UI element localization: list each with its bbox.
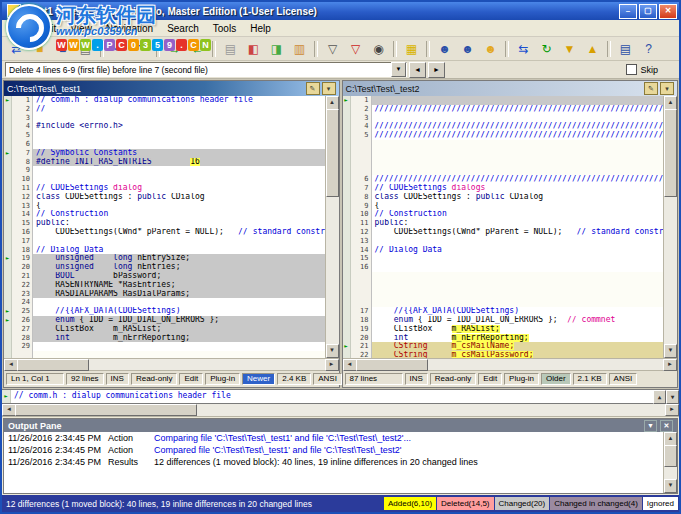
current-difference-combo[interactable]: Delete 4 lines 6-9 (first file) before l… [5,62,407,77]
code-line[interactable]: 18// Dialog Data [4,246,325,255]
code-line[interactable]: 8#define INIT_RAS_ENTRIES 16 [4,158,325,167]
scroll-right-icon[interactable]: ► [663,359,677,371]
right-pane-menu-icon[interactable]: ▾ [660,82,674,95]
code-line[interactable]: 22 CString m_csMailPassword; [343,351,664,358]
code-line[interactable]: 27 CListBox m_RASList; [4,325,325,334]
code-line[interactable]: ►1 [343,96,664,105]
open-icon[interactable]: ■ [29,39,50,59]
sync-session-icon[interactable]: ☻ [457,39,478,59]
next-diff-icon[interactable]: → [164,39,185,59]
left-vertical-scrollbar[interactable]: ▲ ▼ [325,96,339,358]
code-line[interactable]: 7// CDOESettings dialogs [343,184,664,193]
code-line[interactable] [343,149,664,158]
filter-icon[interactable]: ▽ [322,39,343,59]
code-line[interactable]: 8class CDOESettings : public CDialog [343,193,664,202]
scroll-down-icon[interactable]: ▼ [664,344,677,358]
preview-hscroll-thumb[interactable] [15,404,197,416]
code-line[interactable]: 11public: [343,219,664,228]
show-changed-icon[interactable]: ▥ [289,39,310,59]
prev-diff-icon[interactable]: ← [187,39,208,59]
menu-item[interactable]: Navigation [99,22,160,35]
code-line[interactable]: 6 [4,140,325,149]
code-line[interactable]: 14// Dialog Data [343,246,664,255]
code-line[interactable] [343,298,664,307]
code-line[interactable]: 19 CListBox m_RASList; [343,325,664,334]
code-line[interactable]: 4#include <errno.h> [4,122,325,131]
scroll-up-icon[interactable]: ▲ [664,432,677,446]
code-line[interactable]: 12class CDOESettings : public CDialog [4,193,325,202]
right-horizontal-scrollbar[interactable]: ◄ ► [343,358,678,370]
code-line[interactable]: 28 int m_nErrReporting; [4,334,325,343]
help-icon[interactable]: ? [638,39,659,59]
pin-icon[interactable]: ▼ [644,420,657,432]
menu-item[interactable]: File [2,22,32,35]
output-scroll-thumb[interactable] [664,445,677,467]
maximize-button[interactable]: ▢ [639,4,657,19]
left-pane-header[interactable]: C:\Test\Test\_test1 ✎ ▾ [4,81,339,96]
scroll-left-icon[interactable]: ◄ [343,359,357,371]
compare-icon[interactable]: ⇄ [6,39,27,59]
code-line[interactable]: 16 [343,263,664,272]
code-line[interactable]: 6///////////////////////////////////////… [343,175,664,184]
left-hscroll-thumb[interactable] [17,359,89,371]
compare-dirs-icon[interactable]: ☻ [434,39,455,59]
current-line-preview[interactable]: ► // comm.h : dialup communications head… [2,389,679,404]
left-edit-file-icon[interactable]: ✎ [306,82,320,95]
code-line[interactable]: 22 RASENTRYNAME *RasEntries; [4,281,325,290]
code-line[interactable]: ►19 unsigned long nEntrySize; [4,254,325,263]
code-line[interactable]: 24 [4,298,325,307]
code-line[interactable] [343,166,664,175]
code-line[interactable]: 5///////////////////////////////////////… [343,131,664,140]
code-line[interactable]: 15 [343,254,664,263]
code-line[interactable]: 12 CDOESettings(CWnd* pParent = NULL); /… [343,228,664,237]
right-scroll-thumb[interactable] [664,109,677,197]
print-icon[interactable]: ▤ [75,39,96,59]
code-line[interactable] [4,351,325,358]
code-line[interactable]: 3 [343,114,664,123]
scroll-down-icon[interactable]: ▼ [326,344,339,358]
right-vertical-scrollbar[interactable]: ▲ ▼ [663,96,677,358]
code-line[interactable] [343,272,664,281]
code-line[interactable]: 15public: [4,219,325,228]
output-pane-header[interactable]: Output Pane ▼ ✕ [4,419,677,432]
next-file-icon[interactable]: ▼ [559,39,580,59]
right-pane-header[interactable]: C:\Test\Test\_test2 ✎ ▾ [343,81,678,96]
prev-file-icon[interactable]: ▲ [582,39,603,59]
menu-item[interactable]: Edit [32,22,63,35]
code-line[interactable]: 21 BOOL bPassword; [4,272,325,281]
sessions-icon[interactable]: ☻ [480,39,501,59]
refresh-icon[interactable]: ↻ [536,39,557,59]
options-icon[interactable]: ▦ [401,39,422,59]
scroll-down-icon[interactable]: ▼ [664,479,677,493]
left-scroll-thumb[interactable] [326,109,339,197]
code-line[interactable]: ►7// Symbolic Constants [4,149,325,158]
right-hscroll-thumb[interactable] [356,359,428,371]
code-line[interactable]: 2// [4,105,325,114]
code-line[interactable]: 13{ [4,202,325,211]
code-line[interactable] [343,140,664,149]
undo-icon[interactable]: ↶ [108,39,129,59]
menu-item[interactable]: View [63,22,99,35]
code-line[interactable]: 16 CDOESettings(CWnd* pParent = NULL); /… [4,228,325,237]
log-row[interactable]: 11/26/2016 2:34:45 PM Action Comparing f… [4,432,663,444]
left-horizontal-scrollbar[interactable]: ◄ ► [4,358,339,370]
code-line[interactable]: 17 //{{AFX_DATA(CDOESettings) [343,307,664,316]
code-line[interactable]: 17 [4,237,325,246]
log-row[interactable]: 11/26/2016 2:34:45 PM Results 12 differe… [4,456,663,468]
scroll-right-icon[interactable]: ► [325,359,339,371]
code-line[interactable]: 10 [4,175,325,184]
code-line[interactable]: 20 unsigned long nEntries; [4,263,325,272]
save-icon[interactable]: ■ [52,39,73,59]
preview-horizontal-scrollbar[interactable]: ◄ ► [2,404,679,417]
show-deleted-icon[interactable]: ◧ [243,39,264,59]
close-icon[interactable]: ✕ [660,420,673,432]
show-added-icon[interactable]: ◨ [266,39,287,59]
minimize-button[interactable]: – [619,4,637,19]
code-line[interactable]: 10// Construction [343,210,664,219]
show-identical-icon[interactable]: ▤ [220,39,241,59]
code-line[interactable]: 29 [4,342,325,351]
code-line[interactable]: 4///////////////////////////////////////… [343,122,664,131]
code-line[interactable] [343,281,664,290]
code-line[interactable]: 3 [4,114,325,123]
scroll-right-icon[interactable]: ► [665,404,679,416]
